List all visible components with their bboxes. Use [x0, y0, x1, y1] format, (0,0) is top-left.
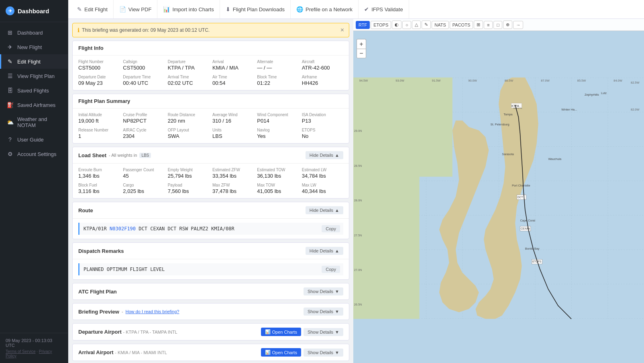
arrival-airport-row: Arrival Airport - KMIA / MIA - MIAMI INT…: [73, 344, 349, 361]
departure-airport-section: Departure Airport - KTPA / TPA - TAMPA I…: [72, 323, 349, 340]
map-tool-box-button[interactable]: □: [493, 21, 502, 29]
dep-date-value: 09 May 23: [78, 80, 120, 86]
svg-text:84.0W: 84.0W: [613, 79, 622, 82]
load-sheet-hide-details-button[interactable]: Hide Details ▲: [306, 151, 343, 159]
departure-value: KTPA / TPA: [168, 65, 209, 71]
sidebar-item-label-user-guide: User Guide: [17, 137, 44, 143]
arrival-show-details-button[interactable]: Show Details ▼: [304, 349, 343, 357]
terms-link[interactable]: Terms of Service: [6, 349, 35, 354]
load-sheet-row1: Enroute Burn 1,346 lbs Passenger Count 4…: [78, 168, 343, 179]
map-tool-triangle-button[interactable]: △: [412, 21, 421, 29]
briefing-panel: ℹ This briefing was generated on: 09 May…: [68, 19, 353, 363]
briefing-help-link[interactable]: How do I read this briefing?: [126, 309, 179, 314]
toolbar-btn-prefile-network[interactable]: 🌐 Prefile on a Network: [291, 0, 359, 18]
svg-text:Zephyrhills: Zephyrhills: [585, 93, 599, 96]
route-header: Route Hide Details ▲: [73, 202, 349, 219]
arrival-open-charts-button[interactable]: 📊 Open Charts: [261, 348, 301, 357]
toolbar: ✎ Edit Flight 📄 View PDF 📊 Import into C…: [68, 0, 644, 19]
map-tool-etops-button[interactable]: ETOPS: [371, 21, 391, 29]
sidebar-item-new-flight[interactable]: ✈ New Flight: [0, 40, 68, 54]
svg-text:82.5W: 82.5W: [631, 81, 639, 84]
alternate-value: — / —: [257, 65, 298, 71]
map-tool-layers-button[interactable]: ≡: [484, 21, 493, 29]
departure-show-details-button[interactable]: Show Details ▼: [304, 328, 343, 336]
dispatch-text: PLANNED OPTIMUM FLIGHT LEVEL: [84, 267, 165, 272]
arrival-value: KMIA / MIA: [212, 65, 254, 71]
map-container[interactable]: KTPA KTPA Tampa St. Petersburg Sarasota …: [353, 33, 644, 363]
map-tool-pacots-button[interactable]: PACOTS: [450, 21, 473, 29]
dispatch-hide-details-button[interactable]: Hide Details ▲: [306, 247, 343, 255]
flight-number-label: Flight Number: [78, 59, 120, 64]
air-time-cell: Air Time 00:54: [212, 75, 254, 86]
sidebar-item-view-flight-plan[interactable]: ☰ View Flight Plan: [0, 69, 68, 83]
airframe-label: Airframe: [302, 75, 343, 79]
air-time-value: 00:54: [212, 80, 254, 86]
departure-label: Departure: [168, 59, 209, 64]
svg-text:27.0N: 27.0N: [354, 268, 362, 272]
svg-text:29.0N: 29.0N: [354, 129, 362, 133]
sidebar: ✈ Dashboard ⊞ Dashboard ✈ New Flight ✎ E…: [0, 0, 68, 363]
arrival-airport-subtitle: - KMIA / MIA - MIAMI INTL: [115, 350, 167, 355]
load-sheet-section: Load Sheet - All weights in LBS Hide Det…: [72, 147, 349, 199]
svg-text:85.5W: 85.5W: [577, 79, 586, 82]
sidebar-item-saved-flights[interactable]: 🗄 Saved Flights: [0, 83, 68, 98]
sidebar-item-user-guide[interactable]: ? User Guide: [0, 132, 68, 147]
toolbar-btn-view-pdf[interactable]: 📄 View PDF: [114, 0, 158, 18]
map-tool-circle-button[interactable]: ○: [402, 21, 411, 29]
block-time-cell: Block Time 01:22: [257, 75, 298, 86]
map-tool-crosshair-button[interactable]: ⊕: [503, 21, 512, 29]
atc-title: ATC Flight Plan: [78, 289, 117, 295]
sidebar-item-saved-airframes[interactable]: ⛽ Saved Airframes: [0, 98, 68, 112]
departure-open-charts-button[interactable]: 📊 Open Charts: [261, 328, 301, 336]
sidebar-item-label-edit-flight: Edit Flight: [17, 59, 41, 65]
edit-flight-icon: ✎: [7, 58, 13, 65]
sidebar-item-account-settings[interactable]: ⚙ Account Settings: [0, 147, 68, 161]
toolbar-btn-edit-flight[interactable]: ✎ Edit Flight: [71, 0, 114, 18]
sidebar-item-edit-flight[interactable]: ✎ Edit Flight: [0, 54, 68, 69]
toolbar-btn-flight-plan-downloads[interactable]: ⬇ Flight Plan Downloads: [220, 0, 291, 18]
map-tool-arrow-button[interactable]: →: [513, 21, 523, 29]
toolbar-btn-ifps-validate[interactable]: ✔ IFPS Validate: [359, 0, 409, 18]
atc-section: ATC Flight Plan Show Details ▼: [72, 283, 349, 300]
svg-text:88.5W: 88.5W: [505, 79, 513, 82]
briefing-preview-show-details-button[interactable]: Show Details ▼: [304, 308, 343, 316]
dep-time-value: 00:40 UTC: [123, 80, 164, 86]
new-flight-icon: ✈: [7, 44, 13, 50]
sidebar-item-dashboard[interactable]: ⊞ Dashboard: [0, 25, 68, 40]
dispatch-copy-button[interactable]: Copy: [322, 266, 340, 273]
arr-time-cell: Arrival Time 02:02 UTC: [168, 75, 209, 86]
sidebar-item-label-dashboard: Dashboard: [17, 30, 43, 36]
route-copy-button[interactable]: Copy: [322, 225, 340, 232]
map-tool-ptr-button[interactable]: ◐: [392, 21, 401, 29]
map-tool-rtf-button[interactable]: RTF: [356, 21, 370, 29]
sidebar-item-label-view-flight-plan: View Flight Plan: [17, 73, 55, 79]
map-tool-nats-button[interactable]: NATS: [432, 21, 449, 29]
svg-text:Lutz: Lutz: [601, 91, 607, 95]
map-tool-grid2-button[interactable]: ⊞: [474, 21, 483, 29]
sidebar-item-weather-notam[interactable]: ⛅ Weather and NOTAM: [0, 112, 68, 132]
svg-rect-7: [403, 78, 452, 177]
ifps-validate-toolbar-icon: ✔: [364, 6, 369, 12]
alert-text: This briefing was generated on: 09 May 2…: [82, 27, 210, 33]
chevron-up-icon: ▲: [335, 248, 339, 253]
map-panel: RTFETOPS◐○△✎NATSPACOTS⊞≡□⊕→ + −: [353, 19, 644, 363]
svg-text:Sarasota: Sarasota: [502, 152, 514, 156]
air-time-label: Air Time: [212, 75, 254, 79]
map-svg: KTPA KTPA Tampa St. Petersburg Sarasota …: [353, 33, 644, 363]
zoom-out-button[interactable]: −: [357, 49, 366, 58]
sidebar-logo[interactable]: ✈ Dashboard: [0, 0, 68, 22]
departure-airport-subtitle: - KTPA / TPA - TAMPA INTL: [123, 330, 177, 334]
sidebar-item-label-saved-airframes: Saved Airframes: [17, 102, 55, 108]
toolbar-btn-import-charts[interactable]: 📊 Import into Charts: [157, 0, 220, 18]
zoom-in-button[interactable]: +: [357, 39, 366, 49]
fps-row2: Release Number 1 AIRAC Cycle 2304 OFP La…: [78, 128, 343, 139]
load-sheet-subtitle: - All weights in: [109, 153, 137, 158]
map-tool-pen-button[interactable]: ✎: [422, 21, 431, 29]
sidebar-item-label-saved-flights: Saved Flights: [17, 88, 49, 94]
route-hide-details-button[interactable]: Hide Details ▲: [306, 206, 343, 214]
dep-time-cell: Departure Time 00:40 UTC: [123, 75, 164, 86]
atc-show-details-button[interactable]: Show Details ▼: [304, 287, 343, 295]
alert-close-button[interactable]: ×: [340, 27, 344, 34]
charts-icon: 📊: [265, 329, 271, 334]
arrival-airport-section: Arrival Airport - KMIA / MIA - MIAMI INT…: [72, 344, 349, 361]
